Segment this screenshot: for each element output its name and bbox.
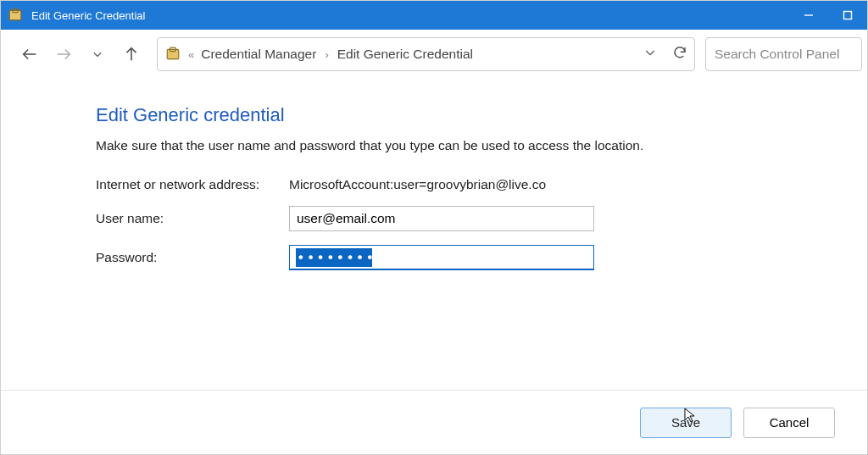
address-dropdown-icon[interactable] <box>643 46 657 63</box>
nav-history-dropdown[interactable] <box>82 39 113 69</box>
page-hint: Make sure that the user name and passwor… <box>96 138 833 153</box>
password-label: Password: <box>96 250 289 265</box>
chevron-right-icon: › <box>325 48 328 61</box>
search-box[interactable] <box>705 37 862 71</box>
toolbar: « Credential Manager › Edit Generic Cred… <box>1 30 867 79</box>
search-input[interactable] <box>715 47 853 62</box>
content-area: Edit Generic credential Make sure that t… <box>1 79 867 270</box>
nav-up-button[interactable] <box>116 39 147 69</box>
svg-rect-3 <box>844 12 852 19</box>
breadcrumb-overflow-icon[interactable]: « <box>188 48 194 61</box>
app-icon <box>1 8 30 23</box>
refresh-icon[interactable] <box>672 45 687 64</box>
breadcrumb-item[interactable]: Credential Manager <box>201 47 316 62</box>
focus-underline <box>289 269 594 270</box>
nav-forward-button[interactable] <box>48 39 79 69</box>
address-bar[interactable]: « Credential Manager › Edit Generic Cred… <box>157 37 695 71</box>
breadcrumb-item[interactable]: Edit Generic Credential <box>337 47 473 62</box>
address-value: MicrosoftAccount:user=groovybrian@live.c… <box>289 177 594 192</box>
breadcrumb: Credential Manager › Edit Generic Creden… <box>201 47 637 62</box>
cancel-button[interactable]: Cancel <box>743 408 835 438</box>
maximize-button[interactable] <box>828 1 867 30</box>
username-input[interactable] <box>289 206 594 231</box>
username-label: User name: <box>96 211 289 226</box>
credential-folder-icon <box>164 46 181 63</box>
mouse-cursor-icon <box>682 407 698 422</box>
nav-back-button[interactable] <box>14 39 45 69</box>
address-label: Internet or network address: <box>96 177 289 192</box>
titlebar: Edit Generic Credential <box>1 1 867 30</box>
password-input[interactable] <box>289 245 594 270</box>
window-title: Edit Generic Credential <box>30 9 789 22</box>
minimize-button[interactable] <box>789 1 828 30</box>
page-heading: Edit Generic credential <box>96 104 833 126</box>
dialog-footer: Save Cancel <box>1 390 867 454</box>
